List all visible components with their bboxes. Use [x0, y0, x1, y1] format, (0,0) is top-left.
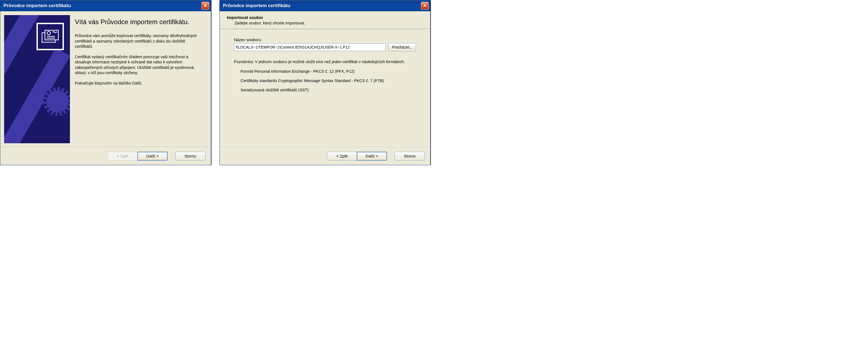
filename-input[interactable]	[234, 44, 385, 51]
back-button: < Zpět	[107, 152, 138, 161]
welcome-heading: Vítá vás Průvodce importem certifikátu.	[75, 18, 202, 26]
button-bar: < Zpět Další > Storno	[0, 147, 211, 165]
next-button[interactable]: Další >	[357, 152, 387, 161]
close-icon[interactable]	[202, 2, 209, 9]
welcome-para-3: Pokračujte klepnutím na tlačítko Další.	[75, 81, 202, 86]
titlebar[interactable]: Průvodce importem certifikátu	[220, 0, 430, 11]
page-header-title: Importovat soubor	[227, 15, 423, 20]
format-item: Formát Personal Information Exchange - P…	[241, 69, 416, 74]
format-item: Certifikáty standardu Cryptographic Mess…	[241, 79, 416, 83]
titlebar[interactable]: Průvodce importem certifikátu	[0, 0, 211, 11]
button-bar: < Zpět Další > Storno	[220, 147, 430, 165]
formats-list: Formát Personal Information Exchange - P…	[234, 69, 416, 92]
browse-button[interactable]: Procházet...	[388, 43, 416, 51]
welcome-para-1: Průvodce vám pomůže kopírovat certifikát…	[75, 33, 202, 49]
page-header: Importovat soubor Zadejte soubor, který …	[220, 11, 430, 29]
window-title: Průvodce importem certifikátu	[4, 3, 71, 8]
back-button[interactable]: < Zpět	[327, 152, 357, 161]
filename-label: Název souboru:	[234, 37, 416, 42]
wizard-window-import-file: Průvodce importem certifikátu Importovat…	[219, 0, 431, 165]
welcome-para-2: Certifikát vydaný certifikačním úřadem p…	[75, 54, 202, 76]
next-button[interactable]: Další >	[137, 152, 167, 161]
cancel-button[interactable]: Storno	[175, 152, 206, 161]
page-header-subtitle: Zadejte soubor, který chcete importovat.	[235, 21, 423, 25]
certificate-icon	[36, 23, 64, 50]
formats-note: Poznámka: V jednom souboru je možné ulož…	[234, 59, 416, 65]
wizard-banner-image	[4, 15, 70, 143]
window-title: Průvodce importem certifikátu	[223, 3, 290, 8]
format-item: Serializované úložiště certifikátů (SST)	[241, 88, 416, 92]
cancel-button[interactable]: Storno	[395, 152, 425, 161]
wizard-window-welcome: Průvodce importem certifikátu	[0, 0, 211, 165]
close-icon[interactable]	[421, 2, 429, 9]
